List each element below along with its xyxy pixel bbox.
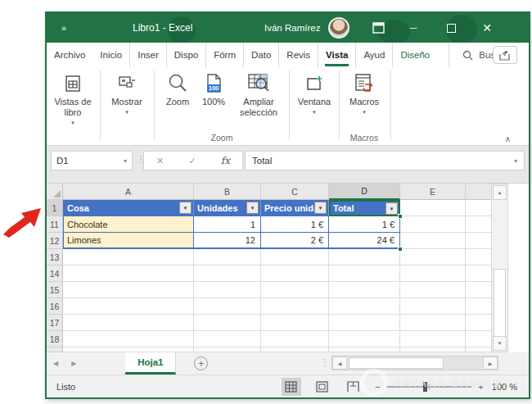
tab-formulas[interactable]: Fórm bbox=[206, 43, 244, 67]
cell-c1[interactable]: Precio unidad▼ bbox=[261, 200, 329, 216]
account-user-name[interactable]: Iván Ramírez bbox=[264, 13, 320, 43]
tab-scroll-splitter[interactable]: ⋮ bbox=[320, 357, 329, 368]
cancel-icon[interactable]: ✕ bbox=[156, 156, 164, 166]
filter-dropdown-icon[interactable]: ▼ bbox=[246, 202, 259, 214]
cell[interactable] bbox=[329, 315, 400, 331]
cell[interactable] bbox=[63, 331, 194, 347]
mostrar-button[interactable]: Mostrar ▾ bbox=[106, 70, 148, 116]
cell-b1[interactable]: Unidades▼ bbox=[194, 200, 261, 216]
row-header-13[interactable]: 13 bbox=[47, 249, 63, 266]
sheet-nav-right-icon[interactable]: ▶ bbox=[65, 352, 83, 374]
cell[interactable] bbox=[329, 331, 400, 347]
scroll-down-icon[interactable]: ▼ bbox=[493, 336, 507, 351]
filter-dropdown-icon[interactable]: ▼ bbox=[385, 202, 398, 215]
column-header-b[interactable]: B bbox=[194, 184, 261, 200]
cell[interactable] bbox=[194, 249, 261, 266]
zoom-in-icon[interactable]: + bbox=[478, 382, 483, 392]
zoom-button[interactable]: Zoom bbox=[160, 70, 196, 107]
scroll-up-icon[interactable]: ▲ bbox=[493, 185, 507, 200]
cell[interactable] bbox=[400, 249, 466, 266]
cell[interactable] bbox=[329, 249, 400, 266]
row-header-1[interactable]: 1 bbox=[47, 200, 63, 216]
macros-button[interactable]: Macros ▾ bbox=[344, 70, 385, 116]
cell-d1-active[interactable]: Total▼ bbox=[329, 200, 400, 216]
zoom-100-button[interactable]: 100 100% bbox=[197, 70, 230, 107]
cell[interactable] bbox=[194, 331, 261, 347]
zoom-slider-thumb[interactable] bbox=[423, 382, 427, 392]
row-header-14[interactable]: 14 bbox=[47, 266, 63, 282]
cell-e12[interactable] bbox=[400, 233, 466, 249]
zoom-out-icon[interactable]: − bbox=[375, 382, 380, 392]
cell[interactable] bbox=[261, 315, 329, 331]
name-box[interactable]: D1 ▾ bbox=[51, 151, 133, 170]
cell[interactable] bbox=[261, 266, 329, 282]
vertical-scrollbar[interactable]: ▲ ▼ bbox=[491, 184, 508, 352]
cell[interactable] bbox=[466, 315, 491, 331]
column-header-d[interactable]: D bbox=[329, 184, 400, 200]
close-button[interactable]: ✕ bbox=[475, 13, 499, 43]
column-header-e[interactable]: E bbox=[400, 184, 466, 200]
zoom-slider[interactable] bbox=[386, 386, 471, 388]
cell[interactable] bbox=[400, 331, 466, 347]
page-break-view-button[interactable] bbox=[344, 378, 363, 396]
vistas-de-libro-button[interactable]: Vistas de libro ▾ bbox=[52, 70, 94, 126]
zoom-percentage[interactable]: 100 % bbox=[492, 382, 517, 392]
minimize-button[interactable]: ─ bbox=[401, 13, 426, 43]
cell-d11[interactable]: 1 € bbox=[329, 216, 400, 233]
cell[interactable] bbox=[400, 315, 466, 331]
cell[interactable] bbox=[194, 315, 261, 331]
cell-e11[interactable] bbox=[400, 216, 466, 233]
sheet-tab-hoja1[interactable]: Hoja1 bbox=[125, 352, 176, 374]
normal-view-button[interactable] bbox=[282, 378, 301, 396]
sheet-nav-left-icon[interactable]: ◀ bbox=[47, 352, 65, 374]
cell-a11[interactable]: Chocolate bbox=[63, 216, 194, 233]
quick-access-toolbar-icon[interactable]: » bbox=[61, 13, 65, 43]
page-layout-view-button[interactable] bbox=[313, 378, 332, 396]
tab-disposicion[interactable]: Dispo bbox=[167, 43, 206, 67]
filter-dropdown-icon[interactable]: ▼ bbox=[179, 202, 192, 214]
tab-inicio[interactable]: Inicio bbox=[92, 43, 130, 67]
fill-handle[interactable] bbox=[398, 247, 403, 252]
cell[interactable] bbox=[194, 298, 261, 315]
ventana-button[interactable]: Ventana ▾ bbox=[294, 70, 335, 116]
cell[interactable] bbox=[261, 331, 329, 347]
tab-revisar[interactable]: Revis bbox=[279, 43, 318, 67]
name-box-dropdown-icon[interactable]: ▾ bbox=[124, 157, 127, 165]
cell[interactable] bbox=[466, 298, 491, 315]
ampliar-seleccion-button[interactable]: Ampliar selección bbox=[233, 70, 284, 118]
cell[interactable] bbox=[63, 298, 194, 315]
tab-diseno[interactable]: Diseño bbox=[393, 43, 437, 67]
cell[interactable] bbox=[63, 315, 194, 331]
cell-b12[interactable]: 12 bbox=[194, 233, 261, 249]
cell-d12[interactable]: 24 € bbox=[329, 233, 400, 249]
row-header-16[interactable]: 16 bbox=[47, 298, 63, 315]
cell[interactable] bbox=[400, 282, 466, 298]
cell-a1[interactable]: Cosa▼ bbox=[63, 200, 194, 216]
column-header-partial[interactable] bbox=[466, 184, 491, 200]
scroll-left-icon[interactable]: ◀ bbox=[332, 356, 347, 370]
cell-f1[interactable] bbox=[466, 200, 491, 216]
user-avatar[interactable] bbox=[328, 17, 349, 39]
cell[interactable] bbox=[466, 266, 491, 282]
cell[interactable] bbox=[400, 298, 466, 315]
cell-c12[interactable]: 2 € bbox=[261, 233, 329, 249]
row-header-11[interactable]: 11 bbox=[47, 216, 63, 233]
collapse-ribbon-icon[interactable]: ∧ bbox=[505, 134, 511, 143]
cell[interactable] bbox=[261, 249, 329, 266]
scroll-right-icon[interactable]: ▶ bbox=[483, 356, 498, 370]
tab-insertar[interactable]: Inser bbox=[130, 43, 167, 67]
column-header-c[interactable]: C bbox=[261, 184, 329, 200]
cell[interactable] bbox=[261, 298, 329, 315]
cell-f12[interactable] bbox=[466, 233, 491, 249]
cell[interactable] bbox=[194, 266, 261, 282]
cell-f11[interactable] bbox=[466, 216, 491, 233]
tab-archivo[interactable]: Archivo bbox=[47, 43, 92, 67]
cell[interactable] bbox=[466, 282, 491, 298]
vertical-scrollbar-thumb[interactable] bbox=[494, 269, 506, 339]
row-header-15[interactable]: 15 bbox=[47, 282, 63, 298]
cell[interactable] bbox=[63, 282, 194, 298]
row-header-12[interactable]: 12 bbox=[47, 233, 63, 249]
cell[interactable] bbox=[400, 266, 466, 282]
filter-dropdown-icon[interactable]: ▼ bbox=[314, 202, 327, 214]
cell[interactable] bbox=[63, 266, 194, 282]
